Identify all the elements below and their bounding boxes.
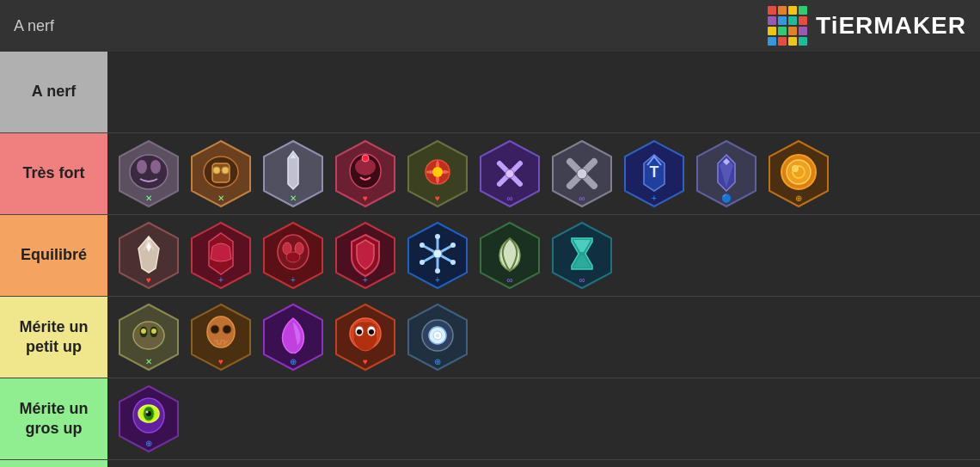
list-item[interactable]: ⊕ <box>403 303 472 372</box>
svg-point-99 <box>369 329 374 335</box>
list-item[interactable]: ⊕ <box>114 384 183 453</box>
svg-point-89 <box>211 325 219 334</box>
svg-point-2 <box>137 160 147 174</box>
svg-point-74 <box>433 249 442 258</box>
list-item[interactable]: ∞ <box>475 221 544 290</box>
svg-point-73 <box>420 260 425 265</box>
svg-text:♥: ♥ <box>363 357 368 366</box>
svg-point-22 <box>432 167 443 177</box>
svg-point-84 <box>141 329 146 334</box>
list-item[interactable]: + <box>331 221 400 290</box>
svg-point-45 <box>787 160 811 184</box>
tier-row-a-nerf: A nerf <box>0 52 980 133</box>
list-item[interactable]: ✕ <box>114 303 183 372</box>
svg-text:⊕: ⊕ <box>434 357 441 366</box>
list-item[interactable]: ♥ <box>187 303 255 372</box>
svg-text:✕: ✕ <box>145 357 152 366</box>
svg-point-18 <box>362 155 369 162</box>
tier-label-rework: Rework <box>0 460 107 467</box>
list-item[interactable]: ⊕ <box>764 139 833 208</box>
svg-text:✕: ✕ <box>290 194 297 203</box>
svg-text:+: + <box>218 275 224 285</box>
svg-point-98 <box>357 329 362 335</box>
svg-text:+: + <box>291 275 296 285</box>
svg-point-32 <box>577 169 587 179</box>
svg-text:♥: ♥ <box>363 194 368 203</box>
tier-items-merite-gros: ⊕ <box>107 378 980 459</box>
svg-point-1 <box>130 155 168 189</box>
list-item[interactable]: ∞ <box>548 221 616 290</box>
list-item[interactable]: ♥ <box>114 221 183 290</box>
svg-text:✕: ✕ <box>145 194 152 203</box>
list-item[interactable]: + <box>403 221 472 290</box>
svg-text:♥: ♥ <box>435 194 440 203</box>
list-item[interactable]: + <box>187 221 255 290</box>
svg-text:♥: ♥ <box>218 357 224 366</box>
logo-grid <box>768 6 807 46</box>
logo: TiERMAKER <box>768 6 966 46</box>
svg-point-60 <box>286 252 300 262</box>
svg-text:⊕: ⊕ <box>145 439 152 448</box>
svg-point-72 <box>450 243 456 248</box>
svg-text:∞: ∞ <box>579 194 585 203</box>
svg-text:⊕: ⊕ <box>290 357 297 366</box>
header: A nerf TiERMAKER <box>0 0 980 52</box>
svg-text:T: T <box>650 163 659 181</box>
list-item[interactable]: + <box>259 221 328 290</box>
list-item[interactable]: ♥ <box>331 303 400 372</box>
tier-items-merite-up: ✕ ♥ ⊕ <box>107 297 980 378</box>
tier-items-rework <box>107 460 980 467</box>
tier-row-merite-gros: Mérite un gros up ⊕ <box>0 378 980 460</box>
svg-point-71 <box>450 260 456 265</box>
svg-point-112 <box>146 411 149 414</box>
list-item[interactable]: ✕ <box>259 139 328 208</box>
svg-text:∞: ∞ <box>506 194 512 203</box>
svg-text:♥: ♥ <box>146 275 151 285</box>
tier-row-rework: Rework <box>0 460 980 467</box>
svg-text:+: + <box>435 275 440 285</box>
list-item[interactable]: ⊕ <box>259 303 328 372</box>
svg-text:∞: ∞ <box>579 275 585 285</box>
list-item[interactable]: ∞ <box>548 139 616 208</box>
svg-text:+: + <box>652 194 657 203</box>
svg-point-69 <box>435 268 440 273</box>
svg-point-68 <box>435 234 440 239</box>
svg-point-105 <box>436 334 439 337</box>
svg-point-9 <box>222 167 229 174</box>
svg-point-8 <box>213 167 220 174</box>
list-item[interactable]: T + <box>620 139 689 208</box>
tier-label-merite-up: Mérite un petit up <box>0 297 107 378</box>
svg-point-70 <box>420 243 425 248</box>
svg-text:🔵: 🔵 <box>721 193 732 204</box>
tier-label-merite-gros: Mérite un gros up <box>0 378 107 459</box>
list-item[interactable]: 🔵 <box>692 139 761 208</box>
svg-point-81 <box>133 322 164 349</box>
tier-row-equilibre: Equilibré ♥ + <box>0 215 980 297</box>
tier-table: A nerf Très fort ✕ <box>0 52 980 467</box>
svg-text:∞: ∞ <box>506 275 512 285</box>
svg-text:✕: ✕ <box>217 194 224 203</box>
tier-label-tres-fort: Très fort <box>0 133 107 214</box>
tier-label-equilibre: Equilibré <box>0 215 107 296</box>
tier-row-merite-up: Mérite un petit up ✕ <box>0 297 980 378</box>
logo-text: TiERMAKER <box>816 12 966 40</box>
list-item[interactable]: ∞ <box>475 139 544 208</box>
tier-items-a-nerf <box>107 52 980 132</box>
svg-text:+: + <box>363 275 368 285</box>
tier-items-equilibre: ♥ + + <box>107 215 980 296</box>
svg-point-90 <box>223 325 231 334</box>
svg-point-85 <box>151 329 156 334</box>
header-title: A nerf <box>14 17 54 35</box>
tier-label-a-nerf: A nerf <box>0 52 107 132</box>
svg-point-3 <box>150 160 161 174</box>
list-item[interactable]: ✕ <box>187 139 255 208</box>
list-item[interactable]: ♥ <box>403 139 472 208</box>
list-item[interactable]: ♥ <box>331 139 400 208</box>
tier-row-tres-fort: Très fort ✕ <box>0 133 980 215</box>
svg-text:⊕: ⊕ <box>795 194 802 203</box>
tier-items-tres-fort: ✕ ✕ ✕ <box>107 133 980 214</box>
list-item[interactable]: ✕ <box>114 139 183 208</box>
svg-point-27 <box>505 169 514 178</box>
